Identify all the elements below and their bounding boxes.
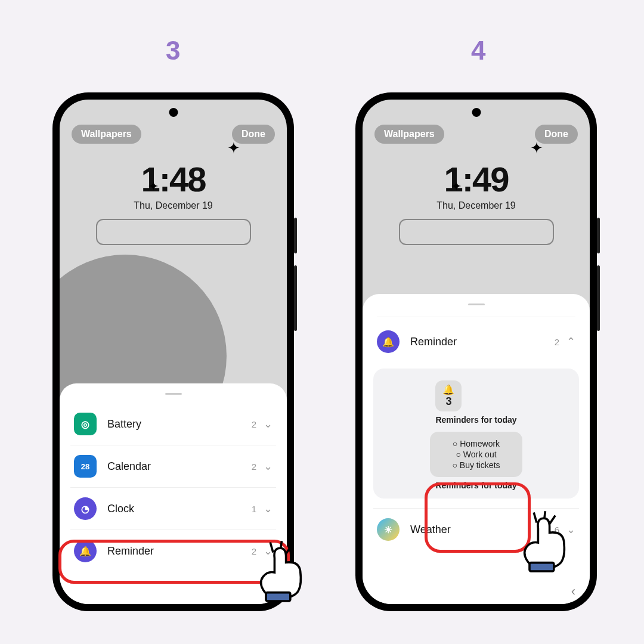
reminder-item: ○ Buy tickets xyxy=(438,460,514,470)
widget-picker-sheet[interactable]: 🔔 Reminder 2 ⌃ 🔔 3 Reminders for today ○… xyxy=(363,294,590,604)
widget-slot[interactable] xyxy=(399,219,554,245)
widget-row-battery[interactable]: ◎ Battery 2 ⌄ xyxy=(70,403,276,445)
back-icon[interactable]: ‹ xyxy=(268,584,273,599)
widget-row-clock[interactable]: ◔ Clock 1 ⌄ xyxy=(70,488,276,530)
step-number-3: 3 xyxy=(166,36,180,66)
side-button xyxy=(597,218,600,253)
wallpapers-button[interactable]: Wallpapers xyxy=(374,125,444,144)
camera-notch xyxy=(169,108,178,117)
reminder-list-title: Reminders for today xyxy=(430,481,522,490)
date-text: Thu, December 19 xyxy=(60,200,287,211)
camera-notch xyxy=(472,108,481,117)
sparkle-icon: ✦ xyxy=(530,139,543,157)
battery-icon: ◎ xyxy=(74,413,97,435)
widget-label: Reminder xyxy=(410,336,555,348)
reminder-badge-count: 3 xyxy=(435,395,462,408)
sparkle-icon: ✦ xyxy=(148,179,159,194)
screen: Wallpapers Done ✦ 1:48 ✦ Thu, December 1… xyxy=(60,100,287,604)
widget-picker-sheet[interactable]: ◎ Battery 2 ⌄ 28 Calendar 2 ⌄ ◔ Clock 1 … xyxy=(60,383,287,604)
bell-icon: 🔔 xyxy=(74,540,97,562)
reminder-item: ○ Work out xyxy=(438,450,514,459)
weather-icon: ☀ xyxy=(377,518,400,541)
widget-count: 2 xyxy=(252,419,256,429)
side-button xyxy=(294,265,297,331)
sparkle-icon: ✦ xyxy=(227,139,240,157)
widget-row-weather[interactable]: ☀ Weather 6 ⌄ xyxy=(373,508,579,550)
phone-4: Wallpapers Done ✦ 1:49 ✦ Thu, December 1… xyxy=(355,92,597,611)
bell-icon: 🔔 xyxy=(435,384,462,395)
side-button xyxy=(294,218,297,253)
widget-row-reminder[interactable]: 🔔 Reminder 2 ⌄ xyxy=(70,530,276,572)
wallpapers-button[interactable]: Wallpapers xyxy=(72,125,141,144)
sparkle-icon: ✦ xyxy=(451,179,462,194)
widget-count: 2 xyxy=(555,337,559,347)
reminder-count-widget[interactable]: 🔔 3 Reminders for today xyxy=(435,380,516,425)
date-text: Thu, December 19 xyxy=(363,200,590,211)
step-number-4: 4 xyxy=(471,36,485,66)
reminder-list: ○ Homework ○ Work out ○ Buy tickets xyxy=(430,432,522,477)
widget-row-calendar[interactable]: 28 Calendar 2 ⌄ xyxy=(70,445,276,488)
reminder-card-title: Reminders for today xyxy=(435,415,516,425)
widget-count: 1 xyxy=(252,504,256,514)
reminder-item: ○ Homework xyxy=(438,439,514,448)
chevron-down-icon: ⌄ xyxy=(264,544,273,558)
editor-topbar: Wallpapers Done xyxy=(363,125,590,144)
widget-count: 2 xyxy=(252,546,256,556)
widget-label: Battery xyxy=(107,418,252,431)
reminder-badge: 🔔 3 xyxy=(435,380,462,411)
phone-3: Wallpapers Done ✦ 1:48 ✦ Thu, December 1… xyxy=(52,92,294,611)
chevron-down-icon: ⌄ xyxy=(264,417,273,431)
widget-label: Reminder xyxy=(107,545,252,558)
widget-label: Calendar xyxy=(107,460,252,473)
widget-slot[interactable] xyxy=(96,219,251,245)
widget-count: 6 xyxy=(555,525,559,535)
reminder-list-widget[interactable]: ○ Homework ○ Work out ○ Buy tickets Remi… xyxy=(430,432,522,490)
clock-icon: ◔ xyxy=(74,497,97,520)
side-button xyxy=(597,265,600,331)
chevron-down-icon: ⌄ xyxy=(566,523,575,536)
time-text: 1:48 xyxy=(60,159,287,199)
prev-row-edge xyxy=(377,314,575,317)
bell-icon: 🔔 xyxy=(377,330,400,353)
back-icon[interactable]: ‹ xyxy=(571,584,575,599)
widget-label: Clock xyxy=(107,503,252,515)
screen: Wallpapers Done ✦ 1:49 ✦ Thu, December 1… xyxy=(363,100,590,604)
sheet-grabber[interactable] xyxy=(468,304,485,305)
lock-clock[interactable]: 1:49 ✦ Thu, December 19 xyxy=(363,159,590,211)
reminder-widget-panel: 🔔 3 Reminders for today ○ Homework ○ Wor… xyxy=(373,369,579,499)
widget-count: 2 xyxy=(252,462,256,472)
chevron-down-icon: ⌄ xyxy=(264,460,273,473)
chevron-down-icon: ⌄ xyxy=(264,502,273,515)
lock-clock[interactable]: 1:48 ✦ Thu, December 19 xyxy=(60,159,287,211)
chevron-up-icon: ⌃ xyxy=(566,335,575,348)
time-text: 1:49 xyxy=(363,159,590,199)
calendar-icon: 28 xyxy=(74,455,97,478)
widget-row-reminder-expanded[interactable]: 🔔 Reminder 2 ⌃ xyxy=(373,321,579,363)
editor-topbar: Wallpapers Done xyxy=(60,125,287,144)
widget-label: Weather xyxy=(410,524,555,536)
sheet-grabber[interactable] xyxy=(165,393,182,395)
